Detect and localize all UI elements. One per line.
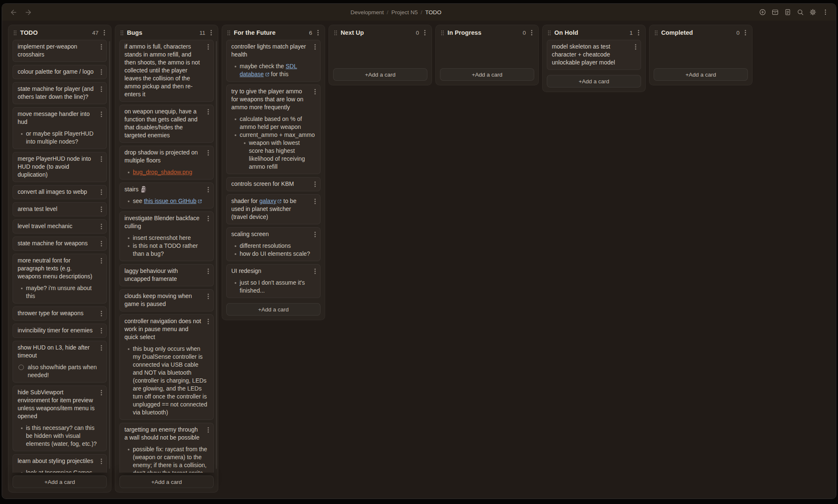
drag-handle-icon[interactable] [120, 30, 124, 36]
card-menu-icon[interactable] [313, 231, 317, 238]
card-menu-icon[interactable] [206, 108, 210, 115]
add-card-button[interactable]: +Add a card [119, 476, 214, 488]
add-card-button[interactable]: +Add a card [440, 68, 534, 81]
column-scrollbar[interactable] [216, 41, 217, 469]
plus-circle-icon[interactable] [758, 8, 766, 16]
column-menu-icon[interactable] [209, 29, 214, 36]
card[interactable]: try to give the player ammo for weapons … [226, 85, 321, 174]
card-menu-icon[interactable] [99, 69, 103, 75]
card[interactable]: merge PlayerHUD node into HUD node (to a… [13, 152, 107, 182]
add-card-button[interactable]: +Add a card [654, 68, 748, 81]
drag-handle-icon[interactable] [227, 30, 230, 36]
card-menu-icon[interactable] [99, 327, 103, 334]
card[interactable]: level travel mechanic [13, 219, 107, 234]
card[interactable]: state machine for player (and others lat… [13, 82, 107, 104]
card[interactable]: on weapon unequip, have a function that … [119, 105, 214, 143]
card-menu-icon[interactable] [313, 181, 317, 188]
drag-handle-icon[interactable] [548, 30, 551, 36]
drag-handle-icon[interactable] [334, 30, 337, 36]
drag-handle-icon[interactable] [654, 30, 658, 36]
card[interactable]: invincibility timer for enemies [13, 324, 107, 338]
add-card-button[interactable]: +Add a card [333, 68, 427, 81]
card-menu-icon[interactable] [634, 44, 638, 50]
card-menu-icon[interactable] [206, 149, 210, 156]
card[interactable]: controller lights match player healthmay… [226, 40, 321, 82]
card[interactable]: stairs 🗿see this issue on GitHub [119, 183, 214, 208]
card[interactable]: learn about styling projectileslook at I… [13, 454, 107, 473]
card[interactable]: implement per-weapon crosshairs [13, 40, 107, 62]
card-menu-icon[interactable] [206, 293, 210, 300]
breadcrumb-item-folder[interactable]: Project N5 [391, 9, 418, 15]
column-completed: Completed0+Add a card [649, 25, 753, 85]
card[interactable]: state machine for weapons [13, 237, 107, 251]
card[interactable]: controls screen for KBM [226, 177, 321, 191]
card-menu-icon[interactable] [99, 310, 103, 317]
card[interactable]: drop shadow is projected on multiple flo… [119, 146, 214, 180]
card[interactable]: hide SubViewport environment for item pr… [13, 386, 107, 451]
column-menu-icon[interactable] [422, 29, 427, 36]
search-icon[interactable] [796, 8, 804, 16]
card[interactable]: laggy behaviour with uncapped framerate [119, 264, 214, 286]
column-menu-icon[interactable] [743, 29, 748, 36]
card-menu-icon[interactable] [99, 86, 103, 93]
card-menu-icon[interactable] [313, 198, 317, 205]
card-menu-icon[interactable] [99, 206, 103, 213]
card-menu-icon[interactable] [206, 215, 210, 222]
card[interactable]: move message handler into hudor maybe sp… [13, 107, 107, 149]
card-menu-icon[interactable] [206, 427, 210, 433]
card-title: state machine for player (and others lat… [18, 85, 102, 101]
card[interactable]: arena test level [13, 202, 107, 216]
back-arrow-icon[interactable] [9, 8, 18, 17]
card-menu-icon[interactable] [206, 44, 210, 50]
card-link[interactable]: this issue on GitHub [144, 198, 196, 204]
breadcrumb-item-vault[interactable]: Development [351, 9, 384, 15]
card-menu-icon[interactable] [99, 223, 103, 230]
card[interactable]: thrower type for weapons [13, 306, 107, 321]
add-card-button[interactable]: +Add a card [547, 75, 641, 87]
column-scrollbar[interactable] [109, 41, 110, 469]
card[interactable]: model skeleton as test character + cheat… [547, 40, 641, 70]
gear-icon[interactable] [809, 8, 817, 16]
card[interactable]: targetting an enemy through a wall shoul… [119, 423, 214, 473]
card[interactable]: UI redesignjust so I don't assume it's f… [226, 264, 321, 298]
card-menu-icon[interactable] [99, 111, 103, 118]
card-menu-icon[interactable] [99, 189, 103, 195]
add-card-button[interactable]: +Add a card [13, 476, 107, 488]
card-menu-icon[interactable] [99, 257, 103, 264]
drag-handle-icon[interactable] [13, 30, 17, 36]
card-menu-icon[interactable] [99, 240, 103, 247]
card-menu-icon[interactable] [313, 44, 317, 50]
card-menu-icon[interactable] [99, 458, 103, 465]
card[interactable]: investigate Blender backface cullinginse… [119, 211, 214, 261]
forward-arrow-icon[interactable] [23, 8, 33, 17]
card-menu-icon[interactable] [313, 268, 317, 275]
card-menu-icon[interactable] [313, 88, 317, 95]
card-menu-icon[interactable] [99, 389, 103, 396]
card[interactable]: if ammo is full, characters stands in am… [119, 40, 214, 102]
card[interactable]: convert all images to webp [13, 185, 107, 199]
card[interactable]: scaling screendifferent resolutionshow d… [226, 227, 321, 261]
drag-handle-icon[interactable] [441, 30, 444, 36]
card-menu-icon[interactable] [99, 345, 103, 351]
card-menu-icon[interactable] [99, 156, 103, 162]
column-menu-icon[interactable] [102, 29, 107, 36]
card[interactable]: shader for galaxy to be used in planet s… [226, 194, 321, 224]
card[interactable]: show HUD on L3, hide after timeoutalso s… [13, 341, 107, 383]
card-menu-icon[interactable] [206, 186, 210, 193]
add-card-button[interactable]: +Add a card [226, 303, 321, 316]
more-vertical-icon[interactable] [821, 8, 829, 16]
card-link[interactable]: galaxy [259, 198, 276, 204]
card-menu-icon[interactable] [206, 318, 210, 325]
card[interactable]: controller navigation does not work in p… [119, 314, 214, 420]
column-menu-icon[interactable] [636, 29, 641, 36]
card[interactable]: clouds keep moving when game is paused [119, 289, 214, 311]
column-menu-icon[interactable] [529, 29, 534, 36]
card-link[interactable]: bug_drop_shadow.png [133, 169, 192, 175]
card[interactable]: more neutral font for paragraph texts (e… [13, 254, 107, 303]
document-icon[interactable] [784, 8, 791, 16]
card[interactable]: colour palette for game / logo [13, 65, 107, 79]
card-menu-icon[interactable] [206, 268, 210, 275]
archive-icon[interactable] [771, 8, 779, 16]
column-menu-icon[interactable] [316, 29, 321, 36]
card-menu-icon[interactable] [99, 44, 103, 50]
